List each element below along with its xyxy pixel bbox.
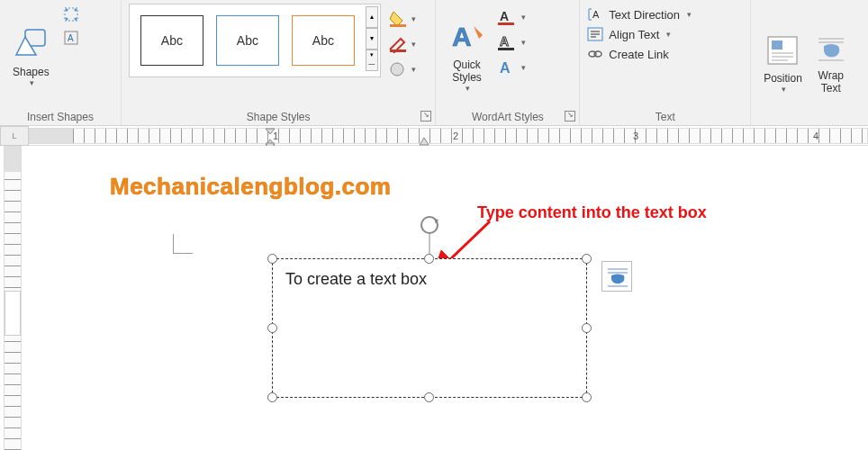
shape-styles-dialog-launcher[interactable]: ↘ bbox=[420, 111, 431, 122]
resize-handle-tm[interactable] bbox=[424, 254, 434, 264]
svg-rect-26 bbox=[772, 40, 782, 50]
wrap-text-icon bbox=[813, 31, 849, 67]
ruler-horizontal[interactable]: L 1 2 3 4 bbox=[0, 126, 868, 146]
position-button[interactable]: Position▾ bbox=[758, 4, 808, 122]
text-fill-button[interactable]: A▾ bbox=[495, 7, 526, 27]
svg-text:A: A bbox=[592, 9, 600, 20]
group-label-wordart-styles: WordArt Styles ↘ bbox=[443, 109, 572, 123]
svg-text:A: A bbox=[500, 60, 511, 76]
gallery-more-button[interactable]: ▾— bbox=[366, 50, 378, 71]
svg-rect-9 bbox=[390, 50, 406, 52]
resize-handle-bl[interactable] bbox=[267, 392, 277, 402]
shape-effects-button[interactable]: ▾ bbox=[388, 59, 420, 79]
quick-styles-label: Quick Styles bbox=[452, 59, 482, 83]
wordart-styles-dialog-launcher[interactable]: ↘ bbox=[565, 111, 575, 122]
ribbon: Shapes ▾ A Insert Shapes Abc Abc Abc ▴ bbox=[0, 0, 868, 126]
group-insert-shapes: Shapes ▾ A Insert Shapes bbox=[0, 0, 122, 125]
svg-text:A: A bbox=[68, 33, 74, 43]
quick-styles-button[interactable]: A Quick Styles ▾ bbox=[443, 4, 490, 109]
svg-line-34 bbox=[447, 221, 490, 263]
svg-rect-14 bbox=[498, 22, 514, 25]
shape-style-gallery[interactable]: Abc Abc Abc ▴ ▾ ▾— bbox=[129, 4, 381, 77]
text-outline-button[interactable]: A▾ bbox=[495, 32, 526, 52]
shapes-label: Shapes bbox=[13, 66, 50, 78]
group-shape-styles: Abc Abc Abc ▴ ▾ ▾— ▾ ▾ ▾ bbox=[122, 0, 437, 125]
svg-rect-16 bbox=[498, 48, 514, 50]
group-label-arrange bbox=[758, 122, 861, 123]
resize-handle-ml[interactable] bbox=[267, 323, 277, 333]
right-indent-marker[interactable] bbox=[419, 136, 429, 147]
text-direction-button[interactable]: A Text Direction▾ bbox=[587, 7, 692, 22]
indent-marker[interactable] bbox=[264, 127, 276, 147]
watermark-text: Mechanicalengblog.com bbox=[110, 173, 391, 201]
draw-textbox-button[interactable]: A bbox=[60, 27, 82, 49]
resize-handle-tl[interactable] bbox=[267, 254, 277, 264]
svg-rect-8 bbox=[390, 24, 406, 27]
group-text: A Text Direction▾ Align Text▾ Create Lin… bbox=[580, 0, 751, 125]
svg-point-3 bbox=[74, 9, 77, 12]
textbox-content[interactable]: To create a text box bbox=[273, 259, 586, 300]
dropdown-icon: ▾ bbox=[30, 78, 34, 87]
textbox-selected[interactable]: To create a text box bbox=[272, 258, 587, 398]
group-label-text: Text bbox=[587, 109, 743, 123]
paragraph-cursor-mark bbox=[173, 234, 193, 254]
style-item-2[interactable]: Abc bbox=[216, 15, 279, 66]
shapes-icon bbox=[13, 26, 49, 62]
svg-point-2 bbox=[65, 9, 68, 12]
align-text-button[interactable]: Align Text▾ bbox=[587, 27, 692, 41]
svg-point-5 bbox=[74, 18, 77, 21]
shape-fill-button[interactable]: ▾ bbox=[388, 9, 420, 29]
resize-handle-mr[interactable] bbox=[582, 323, 592, 333]
document-area[interactable]: Mechanicalengblog.com Type content into … bbox=[29, 146, 868, 450]
annotation-text: Type content into the text box bbox=[477, 203, 707, 222]
position-label: Position bbox=[764, 72, 802, 85]
group-label-shape-styles: Shape Styles ↘ bbox=[129, 109, 429, 123]
position-icon bbox=[764, 32, 800, 68]
resize-handle-br[interactable] bbox=[582, 392, 592, 402]
shapes-button[interactable]: Shapes ▾ bbox=[7, 4, 55, 109]
group-wordart-styles: A Quick Styles ▾ A▾ A▾ A▾ WordArt Styles… bbox=[436, 0, 580, 125]
text-effects-button[interactable]: A▾ bbox=[495, 58, 526, 77]
resize-handle-tr[interactable] bbox=[582, 254, 592, 264]
layout-options-button[interactable] bbox=[601, 261, 632, 292]
svg-point-24 bbox=[594, 51, 601, 57]
wrap-text-button[interactable]: Wrap Text bbox=[808, 4, 854, 122]
shape-outline-button[interactable]: ▾ bbox=[388, 34, 420, 54]
align-text-icon bbox=[587, 27, 603, 41]
quick-styles-icon: A bbox=[448, 20, 484, 56]
style-item-1[interactable]: Abc bbox=[140, 15, 203, 66]
ruler-track: 1 2 3 4 bbox=[29, 128, 868, 144]
create-link-button[interactable]: Create Link bbox=[587, 47, 692, 61]
text-direction-icon: A bbox=[587, 7, 603, 22]
group-label-insert-shapes: Insert Shapes bbox=[7, 109, 113, 123]
wrap-text-label: Wrap Text bbox=[818, 70, 844, 94]
ruler-corner[interactable]: L bbox=[0, 126, 29, 146]
svg-text:A: A bbox=[500, 9, 509, 23]
svg-text:A: A bbox=[452, 22, 472, 51]
link-icon bbox=[587, 47, 603, 61]
gallery-scroll: ▴ ▾ ▾— bbox=[366, 6, 378, 71]
rotate-handle[interactable] bbox=[419, 214, 440, 236]
svg-point-4 bbox=[65, 18, 68, 21]
svg-text:A: A bbox=[500, 34, 509, 49]
edit-shape-button[interactable] bbox=[60, 4, 82, 25]
gallery-up-button[interactable]: ▴ bbox=[366, 6, 378, 28]
gallery-down-button[interactable]: ▾ bbox=[366, 28, 378, 50]
ruler-vertical[interactable] bbox=[4, 146, 22, 450]
layout-options-icon bbox=[606, 266, 629, 289]
style-item-3[interactable]: Abc bbox=[292, 15, 355, 66]
resize-handle-bm[interactable] bbox=[424, 392, 434, 402]
group-arrange: Position▾ Wrap Text bbox=[751, 0, 868, 125]
